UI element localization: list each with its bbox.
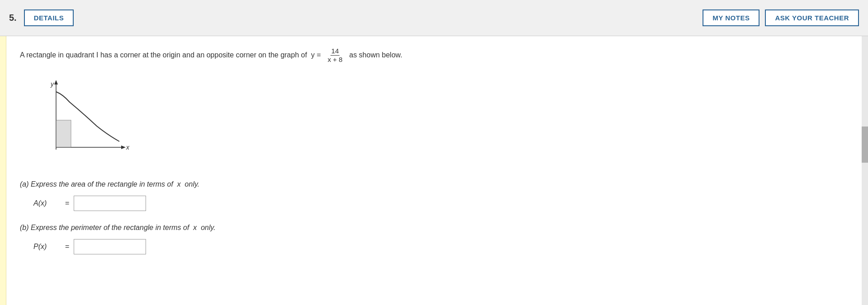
part-b-variable: x [193, 224, 197, 231]
part-b-func-label: P(x) [33, 243, 61, 251]
yellow-sidebar [0, 36, 6, 305]
part-a-func-label: A(x) [33, 199, 61, 207]
equation-lhs: y = [311, 51, 321, 59]
svg-text:x: x [126, 144, 130, 151]
ask-teacher-button[interactable]: ASK YOUR TEACHER [765, 9, 859, 26]
svg-text:y: y [50, 80, 54, 88]
header-left: 5. DETAILS [9, 9, 74, 26]
part-b-section: (b) Express the perimeter of the rectang… [20, 224, 850, 254]
part-a-end: only. [185, 180, 200, 188]
part-b-text: (b) Express the perimeter of the rectang… [20, 224, 189, 231]
problem-text-after: as shown below. [349, 51, 402, 59]
scrollbar-track [862, 36, 868, 305]
fraction: 14 x + 8 [327, 47, 344, 64]
rectangle-shape [56, 120, 71, 147]
my-notes-button[interactable]: MY NOTES [703, 9, 760, 26]
graph-container: y x [33, 77, 133, 169]
part-b-end: only. [201, 224, 216, 231]
part-a-input[interactable] [74, 196, 146, 211]
part-a-equals: = [65, 199, 69, 207]
problem-text-before: A rectangle in quadrant I has a corner a… [20, 51, 307, 59]
part-b-input[interactable] [74, 239, 146, 254]
scrollbar-thumb[interactable] [862, 127, 868, 163]
header-right: MY NOTES ASK YOUR TEACHER [703, 9, 859, 26]
svg-marker-3 [121, 145, 126, 149]
question-number: 5. [9, 13, 17, 23]
details-button[interactable]: DETAILS [24, 9, 74, 26]
part-b-label: (b) Express the perimeter of the rectang… [20, 224, 850, 232]
part-a-text: (a) Express the area of the rectangle in… [20, 180, 173, 188]
numerator: 14 [330, 47, 340, 56]
part-a-variable: x [177, 180, 181, 188]
part-b-equals: = [65, 243, 69, 251]
page-wrapper: 5. DETAILS MY NOTES ASK YOUR TEACHER A r… [0, 0, 868, 305]
part-a-answer-row: A(x) = [33, 196, 850, 211]
content-area: A rectangle in quadrant I has a corner a… [0, 36, 868, 305]
part-a-label: (a) Express the area of the rectangle in… [20, 180, 850, 188]
denominator: x + 8 [327, 56, 344, 64]
part-a-section: (a) Express the area of the rectangle in… [20, 180, 850, 211]
graph-svg: y x [33, 77, 133, 168]
problem-statement: A rectangle in quadrant I has a corner a… [20, 47, 850, 64]
svg-marker-2 [54, 80, 58, 84]
main-content: A rectangle in quadrant I has a corner a… [6, 36, 868, 305]
header-bar: 5. DETAILS MY NOTES ASK YOUR TEACHER [0, 0, 868, 36]
part-b-answer-row: P(x) = [33, 239, 850, 254]
